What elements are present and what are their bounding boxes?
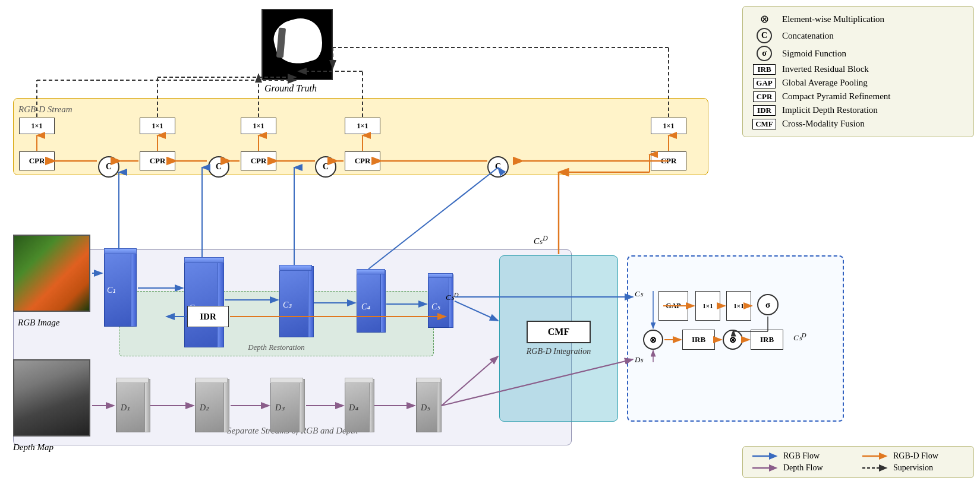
- rgbd-integration-band: CMF RGB-D Integration: [499, 255, 618, 422]
- ground-truth-image: [261, 9, 333, 80]
- rgb-image-label: RGB Image: [18, 318, 59, 328]
- legend-row-gap: GAP Global Average Pooling: [751, 77, 965, 88]
- multiply-symbol: ⊗: [751, 12, 777, 26]
- cpr-symbol-legend: CPR: [751, 91, 777, 102]
- depth-map-thumbnail: [13, 359, 90, 436]
- conv-1x1-4: 1×1: [345, 118, 380, 134]
- sigmoid-label: Sigmoid Function: [782, 49, 846, 59]
- c5d-above-cmf: C₅D: [534, 235, 548, 246]
- concat-circle-2: C: [208, 156, 229, 178]
- arrow-legend-rgb: RGB Flow: [751, 451, 855, 461]
- conv-1x1-2: 1×1: [140, 118, 175, 134]
- concat-circle-3: C: [315, 156, 336, 178]
- d3-label: D₃: [275, 403, 285, 413]
- c5-label: C₅: [431, 302, 440, 312]
- irb-box-1: IRB: [682, 330, 715, 350]
- idr-symbol-legend: IDR: [751, 105, 777, 116]
- legend-row-cpr: CPR Compact Pyramid Refinement: [751, 91, 965, 102]
- arrow-legend-depth: Depth Flow: [751, 463, 855, 473]
- concat-label: Concatenation: [782, 31, 834, 41]
- arrow-legend-rgb-label: RGB Flow: [783, 451, 820, 461]
- legend-row-cmf: CMF Cross-Modality Fusion: [751, 118, 965, 129]
- cpr-box-3: CPR: [241, 151, 276, 170]
- cmf-conv-1x1-2: 1×1: [726, 291, 751, 321]
- idr-label: Implicit Depth Restoration: [782, 105, 878, 115]
- multiply-circle-2: ⊗: [723, 330, 743, 350]
- arrow-legend-supervision: Supervision: [861, 463, 965, 473]
- depth-map-label: Depth Map: [13, 442, 53, 453]
- sigmoid-symbol-legend: σ: [751, 46, 777, 61]
- rgbd-integration-label: RGB-D Integration: [527, 347, 591, 356]
- legend-row-idr: IDR Implicit Depth Restoration: [751, 105, 965, 116]
- cmf-conv-1x1-1: 1×1: [695, 291, 720, 321]
- arrow-legend-rgbd: RGB-D Flow: [861, 451, 965, 461]
- rgbd-stream-label: RGB-D Stream: [18, 105, 73, 115]
- concat-symbol-legend: C: [751, 28, 777, 43]
- d2-label: D₂: [200, 403, 209, 413]
- arrow-legend-panel: RGB Flow RGB-D Flow Depth Flow: [742, 446, 974, 478]
- concat-circle-1: C: [98, 156, 119, 178]
- rgb-image-thumbnail: [13, 235, 90, 312]
- multiply-circle-1: ⊗: [643, 330, 663, 350]
- cpr-label: Compact Pyramid Refinement: [782, 91, 890, 102]
- cpr-box-4: CPR: [345, 151, 380, 170]
- legend-row-multiply: ⊗ Element-wise Multiplication: [751, 12, 965, 26]
- d4-label: D₄: [349, 403, 358, 413]
- gap-symbol-legend: GAP: [751, 77, 777, 88]
- gap-label: Global Average Pooling: [782, 78, 868, 88]
- legend-row-concat: C Concatenation: [751, 28, 965, 43]
- concat-circle-4: C: [487, 156, 509, 178]
- cmf-symbol-legend: CMF: [751, 118, 777, 129]
- cpr-box-5: CPR: [651, 151, 686, 170]
- arrow-legend-supervision-label: Supervision: [893, 463, 933, 473]
- c4-label: C₄: [361, 302, 370, 312]
- idr-box: IDR: [187, 306, 229, 327]
- cmf-box: CMF: [527, 321, 591, 343]
- c5d-idr-label: C₅D: [446, 291, 459, 302]
- depth-restoration-band: Depth Restoration: [119, 291, 434, 356]
- cpr-box-2: CPR: [140, 151, 175, 170]
- depth-restoration-label: Depth Restoration: [248, 343, 305, 352]
- conv-1x1-1: 1×1: [19, 118, 55, 134]
- c3-label: C₃: [283, 300, 292, 310]
- c1-label: C₁: [107, 285, 116, 295]
- legend-panel: ⊗ Element-wise Multiplication C Concaten…: [742, 6, 974, 137]
- irb-box-2: IRB: [751, 330, 783, 350]
- multiply-label: Element-wise Multiplication: [782, 14, 884, 24]
- d1-label: D₁: [121, 403, 130, 413]
- ground-truth-label: Ground Truth: [264, 83, 317, 94]
- legend-row-sigmoid: σ Sigmoid Function: [751, 46, 965, 61]
- conv-1x1-5: 1×1: [651, 118, 686, 134]
- d5-input-label-cmf: D₅: [635, 355, 643, 365]
- d5-label: D₅: [421, 403, 430, 413]
- legend-row-irb: IRB Inverted Residual Block: [751, 64, 965, 75]
- cmf-label: Cross-Modality Fusion: [782, 119, 865, 129]
- sigma-circle-cmf: σ: [757, 294, 779, 315]
- gap-box: GAP: [658, 291, 688, 321]
- cpr-box-1: CPR: [19, 151, 55, 170]
- irb-symbol-legend: IRB: [751, 64, 777, 75]
- conv-1x1-3: 1×1: [241, 118, 276, 134]
- arrow-legend-rgbd-label: RGB-D Flow: [893, 451, 938, 461]
- c5d-output-label: C₅D: [793, 331, 806, 343]
- arrow-legend-depth-label: Depth Flow: [783, 463, 823, 473]
- irb-label: Inverted Residual Block: [782, 64, 869, 74]
- c5-input-label-cmf: C₅: [635, 289, 643, 299]
